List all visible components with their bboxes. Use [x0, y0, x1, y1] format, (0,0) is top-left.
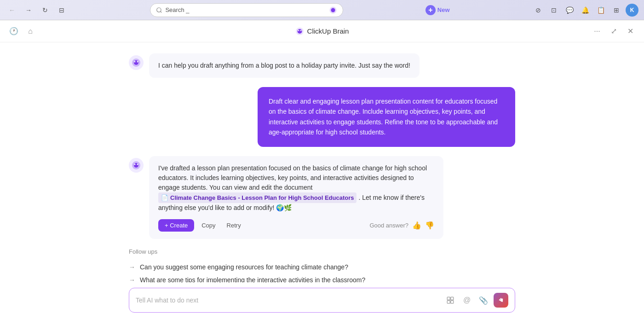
browser-bar: ← → ↻ ⊟ Search _ + New ⊘ ⊡ 💬 🔔 📋 ⊞ K: [0, 0, 644, 20]
svg-point-5: [298, 30, 299, 31]
svg-point-9: [134, 60, 138, 65]
ai-message-1: I can help you draft anything from a blo…: [0, 53, 644, 78]
clickup-brain-icon: [295, 27, 305, 36]
send-button[interactable]: [494, 293, 508, 308]
follow-up-text-2: What are some tips for implementing the …: [140, 276, 365, 282]
ai-bubble-1: I can help you draft anything from a blo…: [149, 53, 420, 78]
app-container: 🕐 ⌂ ClickUp Brain ··· ⤢ ✕: [0, 20, 644, 320]
browser-icon-3[interactable]: 💬: [563, 4, 576, 17]
input-box: @ 📎: [129, 288, 515, 313]
close-button[interactable]: ✕: [624, 25, 637, 38]
svg-point-2: [331, 8, 335, 12]
good-answer-label: Good answer?: [369, 221, 408, 230]
bookmark-button[interactable]: ⊟: [55, 4, 68, 17]
search-text: Search _: [165, 6, 326, 13]
browser-icon-5[interactable]: 📋: [594, 4, 607, 17]
app-header: 🕐 ⌂ ClickUp Brain ··· ⤢ ✕: [0, 20, 644, 42]
svg-point-14: [134, 163, 138, 168]
app-header-right: ··· ⤢ ✕: [591, 25, 637, 38]
app-title-text: ClickUp Brain: [307, 27, 349, 35]
ai-message-2: I've drafted a lesson plan presentation …: [0, 156, 644, 239]
svg-point-11: [137, 61, 138, 63]
svg-point-10: [134, 61, 136, 63]
ai-message-1-text: I can help you draft anything from a blo…: [158, 62, 410, 69]
mention-icon-button[interactable]: @: [460, 294, 473, 307]
history-icon-button[interactable]: 🕐: [7, 25, 20, 38]
more-options-button[interactable]: ···: [591, 25, 604, 38]
app-header-left: 🕐 ⌂: [7, 25, 37, 38]
svg-point-6: [300, 30, 302, 31]
forward-button[interactable]: →: [22, 4, 35, 17]
arrow-icon-2: →: [129, 276, 135, 282]
doc-icon: 📄: [161, 193, 168, 203]
back-button[interactable]: ←: [6, 4, 18, 17]
chat-input[interactable]: [136, 297, 440, 304]
app-title: ClickUp Brain: [295, 27, 349, 36]
ai-bubble-2: I've drafted a lesson plan presentation …: [149, 156, 443, 239]
user-bubble-1: Draft clear and engaging lesson plan pre…: [258, 87, 515, 147]
svg-point-16: [137, 163, 138, 165]
action-row: + Create Copy Retry Good answer? 👍 👎: [158, 219, 434, 232]
new-button[interactable]: + New: [426, 5, 450, 15]
ai-avatar-2: [129, 158, 144, 173]
browser-right-icons: ⊘ ⊡ 💬 🔔 📋 ⊞ K: [532, 4, 638, 17]
follow-up-text-1: Can you suggest some engaging resources …: [140, 263, 348, 271]
svg-rect-19: [447, 301, 450, 303]
good-answer-section: Good answer? 👍 👎: [369, 221, 434, 230]
user-message-1: Draft clear and engaging lesson plan pre…: [0, 87, 644, 147]
user-message-1-text: Draft clear and engaging lesson plan pre…: [269, 98, 498, 136]
create-button[interactable]: + Create: [158, 219, 194, 232]
doc-link[interactable]: 📄 Climate Change Basics - Lesson Plan fo…: [158, 192, 356, 204]
ai-text-before: I've drafted a lesson plan presentation …: [158, 164, 427, 191]
home-icon-button[interactable]: ⌂: [24, 25, 37, 38]
copy-button[interactable]: Copy: [198, 220, 219, 231]
svg-point-0: [157, 7, 161, 12]
retry-button[interactable]: Retry: [223, 220, 245, 231]
address-bar: Search _: [150, 3, 343, 17]
follow-ups-label: Follow ups: [129, 248, 515, 255]
ai-tools-icon-button[interactable]: [444, 294, 457, 307]
copy-label: Copy: [201, 222, 215, 229]
plus-circle: +: [426, 5, 436, 15]
browser-grid-icon[interactable]: ⊞: [610, 4, 623, 17]
svg-point-15: [134, 163, 136, 165]
chat-area: I can help you draft anything from a blo…: [0, 42, 644, 282]
svg-rect-20: [451, 301, 454, 303]
send-icon: [498, 297, 504, 303]
input-area: @ 📎: [0, 282, 644, 320]
svg-rect-17: [447, 297, 450, 300]
follow-up-item-1[interactable]: → Can you suggest some engaging resource…: [129, 261, 515, 273]
thumbs-up-button[interactable]: 👍: [412, 221, 421, 230]
svg-point-4: [298, 29, 302, 34]
ai-avatar-1: [129, 55, 144, 70]
expand-button[interactable]: ⤢: [607, 25, 620, 38]
thumbs-down-button[interactable]: 👎: [425, 221, 434, 230]
browser-icon-1[interactable]: ⊘: [532, 4, 545, 17]
attach-icon-button[interactable]: 📎: [477, 294, 490, 307]
user-avatar[interactable]: K: [626, 4, 638, 17]
browser-icon-4[interactable]: 🔔: [579, 4, 592, 17]
search-icon: [156, 7, 162, 13]
new-label: New: [437, 6, 450, 13]
create-label: + Create: [165, 222, 188, 229]
doc-link-text: Climate Change Basics - Lesson Plan for …: [170, 193, 354, 203]
brain-favicon: [329, 6, 337, 14]
retry-label: Retry: [227, 222, 241, 229]
reload-button[interactable]: ↻: [39, 4, 52, 17]
arrow-icon-1: →: [129, 263, 135, 271]
follow-up-item-2[interactable]: → What are some tips for implementing th…: [129, 273, 515, 282]
browser-icon-2[interactable]: ⊡: [547, 4, 560, 17]
follow-ups-section: Follow ups → Can you suggest some engagi…: [0, 248, 644, 282]
svg-rect-18: [451, 297, 454, 300]
